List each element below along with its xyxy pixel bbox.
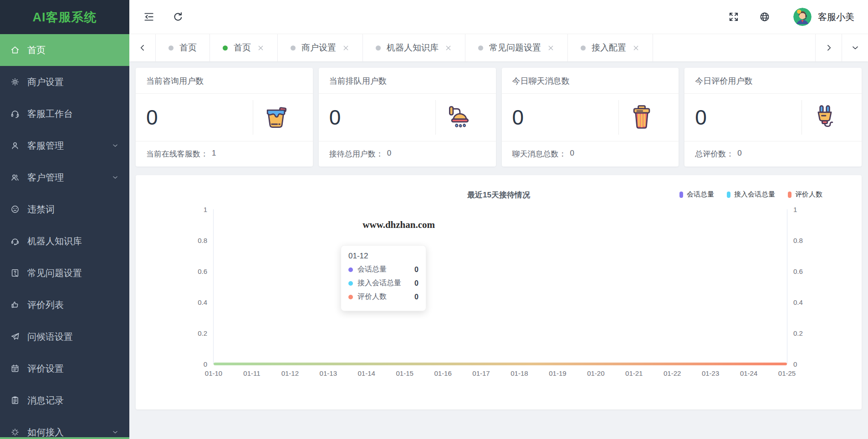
tooltip-series-name: 接入会话总量 (357, 278, 401, 288)
legend-label: 接入会话总量 (734, 190, 775, 199)
sidebar-item-agent-management[interactable]: 客服管理 (0, 130, 129, 161)
sad-face-icon (10, 204, 20, 214)
tab-label: 机器人知识库 (387, 42, 439, 54)
x-axis-tick: 01-15 (396, 369, 413, 377)
x-axis-tick: 01-22 (664, 369, 681, 377)
sidebar-item-agent-workbench[interactable]: 客服工作台 (0, 98, 129, 130)
tooltip-date: 01-12 (348, 252, 419, 261)
plug-icon (811, 104, 838, 131)
fullscreen-icon[interactable] (728, 11, 740, 23)
tabs-list: 首页 首页 商户设置 机器人知识库 常见问题设置 接入配置 (156, 34, 653, 61)
sidebar-item-label: 机器人知识库 (27, 235, 82, 247)
close-icon[interactable] (342, 44, 350, 52)
y-axis-tick-left: 0.6 (198, 267, 207, 275)
username[interactable]: 客服小美 (818, 11, 854, 23)
close-icon[interactable] (257, 44, 265, 52)
stat-card-footer-value: 0 (570, 149, 574, 159)
tab-label: 接入配置 (592, 42, 626, 54)
tabs-spacer (653, 34, 815, 61)
tab-status-dot (478, 45, 483, 50)
sidebar-item-how-to-connect[interactable]: 如何接入 (0, 416, 129, 439)
y-axis-tick-left: 0.2 (198, 329, 207, 337)
card-divider (435, 100, 436, 135)
close-icon[interactable] (547, 44, 555, 52)
sidebar-item-greeting-settings[interactable]: 问候语设置 (0, 321, 129, 353)
chart-watermark: www.dhzhan.com (363, 219, 435, 231)
x-axis-tick: 01-12 (281, 369, 299, 377)
tooltip-series-dot (348, 281, 353, 286)
tabs-scroll-left-button[interactable] (129, 34, 156, 61)
sidebar-item-robot-knowledge[interactable]: 机器人知识库 (0, 225, 129, 257)
legend-item-3[interactable]: 评价人数 (788, 190, 822, 199)
y-axis-tick-right: 0.2 (793, 329, 803, 337)
stat-card-title: 今日评价用户数 (684, 68, 862, 94)
x-axis-tick: 01-16 (434, 369, 451, 377)
y-axis-tick-left: 0 (204, 360, 207, 368)
x-axis-tick: 01-23 (702, 369, 719, 377)
tab-label: 商户设置 (301, 42, 336, 54)
sidebar-item-label: 商户设置 (27, 76, 64, 88)
stat-card-title: 当前咨询用户数 (136, 68, 313, 94)
y-axis-tick-right: 1 (793, 206, 797, 213)
tabs-menu-button[interactable] (842, 34, 868, 61)
legend-marker (727, 192, 730, 198)
tab-status-dot (291, 45, 296, 50)
tab-status-dot (168, 45, 174, 50)
tabs-scroll-right-button[interactable] (815, 34, 842, 61)
content: 当前咨询用户数 0 当前在线客服数： 1 当前排队用户数 0 接待总用户数： 0… (129, 61, 868, 439)
sidebar: AI客服系统 首页 商户设置 客服工作台 客服管理 客户管理 违禁词 机器人知识… (0, 0, 129, 439)
sidebar-item-label: 常见问题设置 (27, 267, 82, 279)
y-axis-tick-right: 0.6 (793, 267, 803, 275)
sidebar-item-banned-words[interactable]: 违禁词 (0, 193, 129, 225)
sidebar-item-label: 如何接入 (27, 426, 64, 439)
card-divider (802, 100, 802, 135)
sidebar-item-faq-settings[interactable]: 常见问题设置 (0, 257, 129, 289)
tooltip-row: 会话总量0 (348, 265, 419, 274)
card-divider (253, 100, 253, 135)
stat-card-chat-messages: 今日聊天消息数 0 聊天消息总数： 0 (502, 68, 679, 167)
sidebar-item-home[interactable]: 首页 (0, 34, 129, 66)
legend-item-2[interactable]: 接入会话总量 (727, 190, 775, 199)
tooltip-rows: 会话总量0接入会话总量0评价人数0 (348, 265, 419, 302)
tab-merchant-settings[interactable]: 商户设置 (278, 34, 363, 61)
avatar[interactable] (793, 8, 812, 26)
stat-card-value: 0 (512, 105, 524, 130)
stat-card-review-users: 今日评价用户数 0 总评价数： 0 (684, 68, 862, 167)
y-axis-tick-left: 0.8 (198, 237, 207, 244)
topbar: 客服小美 (129, 0, 868, 34)
sidebar-item-label: 消息记录 (27, 394, 64, 407)
stat-card-queued-users: 当前排队用户数 0 接待总用户数： 0 (319, 68, 496, 167)
legend-marker (788, 192, 791, 198)
sidebar-item-label: 首页 (27, 44, 46, 56)
main-area: 客服小美 首页 首页 商户设置 机器人知识库 常见问题设置 接入配置 (129, 0, 868, 439)
tab-access-config[interactable]: 接入配置 (568, 34, 653, 61)
close-icon[interactable] (444, 44, 452, 52)
tab-robot-knowledge[interactable]: 机器人知识库 (363, 34, 465, 61)
connect-icon (10, 427, 20, 437)
tooltip-series-name: 会话总量 (357, 265, 387, 274)
chart-legend: 会话总量接入会话总量评价人数 (679, 190, 822, 199)
sidebar-item-review-list[interactable]: 评价列表 (0, 289, 129, 321)
sidebar-item-label: 评价列表 (27, 299, 64, 311)
sidebar-item-merchant-settings[interactable]: 商户设置 (0, 66, 129, 98)
tab-home-active[interactable]: 首页 (210, 34, 278, 61)
globe-icon[interactable] (759, 11, 771, 23)
sidebar-item-review-settings[interactable]: 评价设置 (0, 353, 129, 384)
tab-faq-settings[interactable]: 常见问题设置 (465, 34, 568, 61)
chart-plot: www.dhzhan.com 01-12 会话总量0接入会话总量0评价人数0 1… (213, 209, 787, 364)
sidebar-item-customer-management[interactable]: 客户管理 (0, 161, 129, 193)
legend-marker (679, 192, 683, 198)
collapse-sidebar-icon[interactable] (143, 11, 155, 23)
sidebar-item-message-records[interactable]: 消息记录 (0, 384, 129, 416)
tab-label: 常见问题设置 (489, 42, 541, 54)
legend-item-1[interactable]: 会话总量 (679, 190, 714, 199)
tooltip-series-value: 0 (414, 266, 419, 274)
stat-card-title: 当前排队用户数 (319, 68, 496, 94)
tab-home[interactable]: 首页 (156, 34, 210, 61)
y-axis-tick-left: 1 (204, 206, 207, 213)
sidebar-menu: 首页 商户设置 客服工作台 客服管理 客户管理 违禁词 机器人知识库 常见问题设… (0, 34, 129, 439)
close-icon[interactable] (632, 44, 640, 52)
refresh-icon[interactable] (172, 11, 184, 23)
chevron-down-icon (111, 173, 119, 182)
x-axis-tick: 01-18 (511, 369, 528, 377)
